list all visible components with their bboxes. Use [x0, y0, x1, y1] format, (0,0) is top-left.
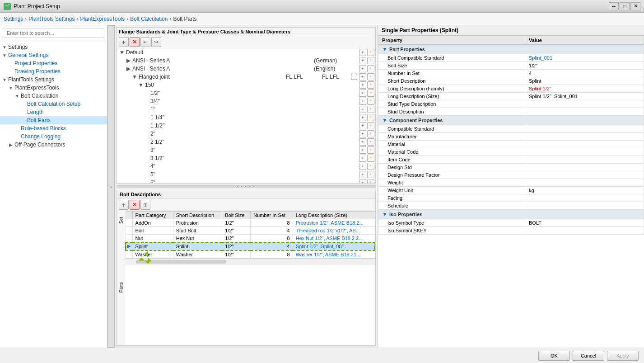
sidebar-item-plantexpress[interactable]: ▼ PlantExpressTools: [0, 84, 107, 92]
flange-row-size-1[interactable]: 1" + *: [117, 105, 375, 113]
flange-edit-150[interactable]: *: [367, 81, 374, 89]
flange-edit-size[interactable]: *: [367, 146, 374, 154]
sidebar-item-general[interactable]: ▼ General Settings: [0, 51, 107, 59]
sidebar-item-length[interactable]: Length: [0, 108, 107, 116]
flange-edit-flanged[interactable]: *: [367, 73, 374, 80]
prop-label: Stud Description: [378, 108, 525, 116]
flange-add-size[interactable]: +: [359, 138, 366, 146]
flange-edit-ansi-de[interactable]: *: [367, 57, 374, 64]
flange-add-size[interactable]: +: [359, 155, 366, 162]
flange-add-size[interactable]: +: [359, 146, 366, 154]
flange-back-button[interactable]: ↩: [140, 37, 150, 47]
prop-value[interactable]: Splint 1/2": [525, 85, 644, 93]
flange-add-flanged[interactable]: +: [359, 73, 366, 80]
section-toggle[interactable]: ▼: [382, 117, 387, 123]
flange-row-size-5[interactable]: 5" + *: [117, 170, 375, 179]
flange-row-size-4[interactable]: 4" + *: [117, 162, 375, 170]
flange-add-size[interactable]: +: [359, 98, 366, 105]
flange-row-default[interactable]: ▼ Default + *: [117, 48, 375, 57]
flange-add-150[interactable]: +: [359, 81, 366, 89]
flange-edit-default[interactable]: *: [367, 49, 374, 56]
flange-add-default[interactable]: +: [359, 49, 366, 56]
cell-size: 1/2": [222, 242, 251, 250]
sidebar-item-planttools[interactable]: ▼ PlantTools Settings: [0, 75, 107, 84]
sidebar-item-proj-props[interactable]: Project Properties: [0, 59, 107, 67]
flange-row-ansi-en[interactable]: ▶ ANSI - Series A (English) + *: [117, 65, 375, 73]
flange-add-ansi-de[interactable]: +: [359, 57, 366, 64]
flange-row-ansi-de[interactable]: ▶ ANSI - Series A (German) + *: [117, 57, 375, 65]
sidebar-item-bolt-setup[interactable]: Bolt Calculation Setup: [0, 100, 107, 108]
flange-delete-button[interactable]: ✕: [130, 37, 140, 47]
flange-edit-size[interactable]: *: [367, 98, 374, 105]
flange-add-size[interactable]: +: [359, 106, 366, 113]
restore-button[interactable]: □: [620, 2, 630, 10]
bolt-copy-button[interactable]: ⊕: [140, 200, 150, 210]
sidebar-item-bolt-calc[interactable]: ▼ Bolt Calculation: [0, 92, 107, 100]
sidebar-item-settings[interactable]: ▼ Settings: [0, 43, 107, 51]
flange-add-size[interactable]: +: [359, 122, 366, 129]
flange-add-size[interactable]: +: [359, 114, 366, 121]
flange-add-button[interactable]: +: [119, 37, 129, 47]
flange-check-flanged[interactable]: [351, 74, 357, 80]
bolt-table-row[interactable]: Nut Hex Nut 1/2" 8 Hex Nut 1/2", ASME B1…: [126, 234, 375, 242]
flange-row-size-2[interactable]: 2" + *: [117, 130, 375, 138]
flange-add-size[interactable]: +: [359, 90, 366, 97]
ok-button[interactable]: OK: [538, 351, 570, 361]
flange-row-size-312[interactable]: 3 1/2" + *: [117, 154, 375, 162]
prop-label: Weight: [378, 179, 525, 187]
sidebar-item-rule-blocks[interactable]: Rule-based Blocks: [0, 124, 107, 132]
flange-row-size-212[interactable]: 2 1/2" + *: [117, 138, 375, 146]
bolt-add-button[interactable]: +: [119, 200, 129, 210]
section-toggle[interactable]: ▼: [382, 46, 387, 52]
sidebar-item-bolt-parts[interactable]: Bolt Parts: [0, 116, 107, 124]
sidebar-item-off-page[interactable]: ▶ Off-Page Connectors: [0, 141, 107, 149]
section-toggle[interactable]: ▼: [382, 211, 387, 217]
flange-row-flanged[interactable]: ▼ Flanged joint FL,LFL FL,LFL + *: [117, 73, 375, 81]
bolt-table-row[interactable]: AddOn Protrusion 1/2" 8 Protrusion 1/2",…: [126, 219, 375, 226]
sidebar-item-change-log[interactable]: Change Logging: [0, 132, 107, 141]
flange-row-size-12[interactable]: 1/2" + *: [117, 89, 375, 97]
search-input[interactable]: [3, 28, 104, 38]
flange-forward-button[interactable]: ↪: [151, 37, 161, 47]
bolt-row-selected[interactable]: ▶ Splint Splint 1/2" 4 Splint 1/2", Spli…: [126, 242, 375, 250]
flange-edit-size[interactable]: *: [367, 171, 374, 178]
bolt-table-row[interactable]: Washer Washer 1/2" 8 Washer 1/2", ASME B…: [126, 250, 375, 259]
flange-row-size-114[interactable]: 1 1/4" + *: [117, 113, 375, 122]
cancel-button[interactable]: Cancel: [573, 351, 604, 361]
flange-edit-size[interactable]: *: [367, 163, 374, 170]
bolt-scrollbar[interactable]: [125, 259, 375, 265]
close-button[interactable]: ✕: [630, 2, 640, 10]
flange-row-size-34[interactable]: 3/4" + *: [117, 97, 375, 105]
horizontal-divider[interactable]: • • • • •: [117, 185, 376, 188]
flange-row-150[interactable]: ▼ 150 + *: [117, 81, 375, 89]
flange-edit-size[interactable]: *: [367, 90, 374, 97]
window-controls[interactable]: ─ □ ✕: [609, 2, 640, 10]
flange-edit-ansi-en[interactable]: *: [367, 65, 374, 72]
bolt-delete-button[interactable]: ✕: [130, 200, 140, 210]
flange-edit-size[interactable]: *: [367, 130, 374, 137]
breadcrumb-plantexpress[interactable]: PlantExpressTools: [80, 16, 125, 22]
flange-row-size-112[interactable]: 1 1/2" + *: [117, 122, 375, 130]
flange-edit-size[interactable]: *: [367, 179, 374, 183]
breadcrumb-settings[interactable]: Settings: [4, 16, 23, 22]
flange-edit-size[interactable]: *: [367, 114, 374, 121]
flange-edit-size[interactable]: *: [367, 106, 374, 113]
flange-edit-size[interactable]: *: [367, 138, 374, 146]
props-row: Long Description (Size) Splint 1/2", Spl…: [378, 93, 644, 100]
flange-row-size-6[interactable]: 6" + *: [117, 179, 375, 183]
flange-edit-size[interactable]: *: [367, 122, 374, 129]
breadcrumb-bolt-calc[interactable]: Bolt Calculation: [130, 16, 168, 22]
flange-row-size-3[interactable]: 3" + *: [117, 146, 375, 154]
minimize-button[interactable]: ─: [609, 2, 619, 10]
apply-button[interactable]: Apply: [607, 351, 639, 361]
flange-add-size[interactable]: +: [359, 163, 366, 170]
breadcrumb-planttools[interactable]: PlantTools Settings: [28, 16, 75, 22]
flange-add-size[interactable]: +: [359, 171, 366, 178]
sidebar-item-draw-props[interactable]: Drawing Properties: [0, 67, 107, 75]
collapse-sidebar-button[interactable]: ‹: [107, 25, 115, 348]
flange-edit-size[interactable]: *: [367, 155, 374, 162]
bolt-table-row[interactable]: Bolt Stud Bolt 1/2" 4 Threaded rod 1/2"x…: [126, 226, 375, 234]
flange-add-ansi-en[interactable]: +: [359, 65, 366, 72]
flange-add-size[interactable]: +: [359, 179, 366, 183]
flange-add-size[interactable]: +: [359, 130, 366, 137]
